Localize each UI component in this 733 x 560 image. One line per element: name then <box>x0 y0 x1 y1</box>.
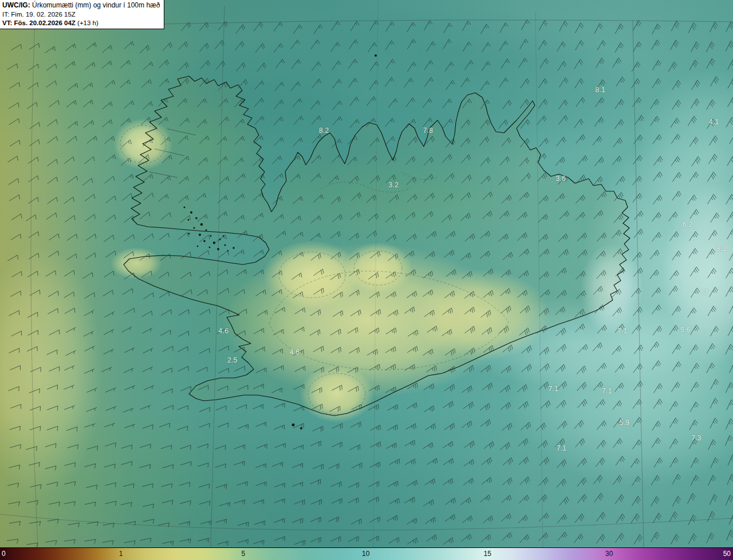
init-label: IT: <box>2 11 9 18</box>
init-value: Fim. 19. 02. 2026 15Z <box>11 11 76 18</box>
map-title-line: UWC/IG: Úrkomumætti (mm) og vindur í 100… <box>2 1 160 10</box>
valid-offset: (+13 h) <box>77 19 98 26</box>
precip-colorbar: 01510153050 <box>0 547 733 560</box>
colorbar-tick: 30 <box>605 548 613 560</box>
colorbar-tick: 50 <box>723 548 731 560</box>
colorbar-tick: 0 <box>2 548 6 560</box>
map-area: 8.18.27.84.13.23.66.28.12.34.67.15.64.62… <box>0 0 733 547</box>
source-label: UWC/IG: <box>2 1 30 9</box>
valid-value: Fös. 20.02.2026 04Z <box>14 19 75 26</box>
weather-map-screen: 8.18.27.84.13.23.66.28.12.34.67.15.64.62… <box>0 0 733 560</box>
weather-map-canvas <box>0 0 733 547</box>
init-time-line: IT: Fim. 19. 02. 2026 15Z <box>2 10 160 19</box>
map-title: Úrkomumætti (mm) og vindur í 100m hæð <box>32 1 160 9</box>
colorbar-tick: 15 <box>484 548 491 560</box>
valid-label: VT: <box>2 19 12 26</box>
map-title-box: UWC/IG: Úrkomumætti (mm) og vindur í 100… <box>0 0 164 29</box>
colorbar-tick: 1 <box>119 548 123 560</box>
colorbar-tick: 5 <box>242 548 246 560</box>
colorbar-tick: 10 <box>362 548 369 560</box>
valid-time-line: VT: Fös. 20.02.2026 04Z (+13 h) <box>2 19 160 27</box>
